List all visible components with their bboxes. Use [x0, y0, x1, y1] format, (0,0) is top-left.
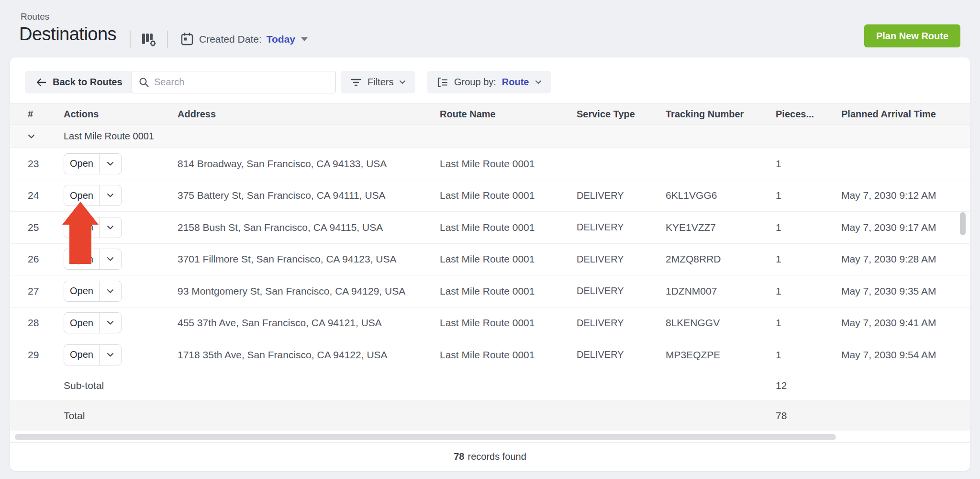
- chevron-down-icon: [107, 225, 114, 230]
- open-split-button: Open: [64, 153, 122, 174]
- table-row: 27 Open 93 Montgomery St, San Francisco,…: [10, 275, 970, 308]
- filters-button[interactable]: Filters: [341, 71, 415, 93]
- row-number-cell: 26: [10, 253, 64, 265]
- filter-lines-icon: [350, 78, 362, 87]
- search-icon: [139, 77, 149, 88]
- row-number-cell: 25: [10, 222, 64, 233]
- open-split-button: Open: [64, 312, 122, 333]
- service-type-cell: DELIVERY: [577, 285, 666, 297]
- open-dropdown-toggle[interactable]: [99, 154, 121, 174]
- page-title: Destinations: [19, 24, 116, 45]
- open-dropdown-toggle[interactable]: [99, 249, 121, 269]
- column-header-route-name[interactable]: Route Name: [440, 109, 577, 120]
- table-body: 23 Open 814 Broadway, San Francisco, CA …: [10, 148, 970, 371]
- actions-cell: Open: [64, 153, 178, 174]
- service-type-cell: DELIVERY: [577, 222, 666, 233]
- tracking-number-cell: 8LKENGGV: [666, 317, 776, 329]
- row-number-cell: 23: [10, 158, 64, 170]
- actions-cell: Open: [64, 217, 178, 238]
- chevron-down-icon: [107, 289, 114, 294]
- records-text: records found: [468, 451, 526, 462]
- planned-arrival-cell: May 7, 2030 9:28 AM: [841, 253, 970, 265]
- tracking-number-cell: 2MZQ8RRD: [666, 253, 776, 265]
- open-dropdown-toggle[interactable]: [99, 313, 121, 333]
- planned-arrival-cell: May 7, 2030 9:35 AM: [841, 285, 970, 297]
- group-by-label: Group by:: [454, 77, 496, 88]
- column-settings-button[interactable]: [140, 31, 158, 48]
- route-name-cell: Last Mile Route 0001: [440, 349, 577, 361]
- column-header-planned-arrival-time[interactable]: Planned Arrival Time: [841, 109, 970, 120]
- address-cell: 3701 Fillmore St, San Francisco, CA 9412…: [178, 253, 440, 265]
- back-to-routes-label: Back to Routes: [53, 77, 122, 88]
- actions-cell: Open: [64, 185, 178, 206]
- service-type-cell: DELIVERY: [577, 349, 666, 360]
- pieces-cell: 1: [776, 317, 841, 329]
- created-date-filter[interactable]: Created Date: Today: [180, 31, 308, 48]
- address-cell: 93 Montgomery St, San Francisco, CA 9412…: [178, 285, 440, 297]
- chevron-down-icon: [107, 320, 114, 325]
- open-button[interactable]: Open: [64, 249, 99, 269]
- created-date-label: Created Date:: [199, 34, 262, 45]
- open-button[interactable]: Open: [64, 313, 99, 333]
- row-number-cell: 24: [10, 190, 64, 201]
- column-header-actions[interactable]: Actions: [64, 109, 178, 120]
- breadcrumb[interactable]: Routes: [21, 11, 49, 22]
- open-split-button: Open: [64, 217, 122, 238]
- open-dropdown-toggle[interactable]: [99, 185, 121, 205]
- route-name-cell: Last Mile Route 0001: [440, 317, 577, 329]
- table-row: 25 Open 2158 Bush St, San Francisco, CA …: [10, 212, 970, 244]
- actions-cell: Open: [64, 249, 178, 270]
- plan-new-route-button[interactable]: Plan New Route: [864, 24, 960, 47]
- column-header-address[interactable]: Address: [178, 109, 440, 120]
- pieces-cell: 1: [776, 222, 841, 233]
- column-header-number[interactable]: #: [10, 109, 64, 120]
- service-type-cell: DELIVERY: [577, 254, 666, 265]
- actions-cell: Open: [64, 344, 178, 365]
- vertical-scrollbar-thumb[interactable]: [960, 212, 966, 235]
- pieces-cell: 1: [776, 253, 841, 265]
- horizontal-scrollbar-thumb[interactable]: [15, 434, 836, 440]
- back-to-routes-button[interactable]: Back to Routes: [25, 71, 133, 93]
- group-by-button[interactable]: Group by: Route: [427, 71, 551, 93]
- tracking-number-cell: MP3EQZPE: [666, 349, 776, 361]
- open-button[interactable]: Open: [64, 185, 99, 205]
- calendar-icon: [180, 32, 194, 47]
- open-dropdown-toggle[interactable]: [99, 345, 121, 365]
- open-button[interactable]: Open: [64, 154, 99, 174]
- total-pieces-value: 78: [776, 410, 841, 422]
- search-input[interactable]: [154, 77, 329, 88]
- chevron-down-icon: [107, 257, 114, 262]
- row-number-cell: 28: [10, 317, 64, 329]
- planned-arrival-cell: May 7, 2030 9:17 AM: [841, 222, 970, 233]
- total-label: Total: [64, 410, 178, 422]
- address-cell: 814 Broadway, San Francisco, CA 94133, U…: [178, 158, 440, 170]
- column-header-service-type[interactable]: Service Type: [577, 109, 666, 120]
- records-found-status: 78 records found: [10, 443, 970, 470]
- destinations-table: # Actions Address Route Name Service Typ…: [10, 103, 970, 431]
- subtotal-label: Sub-total: [64, 380, 178, 391]
- group-collapse-toggle[interactable]: [10, 134, 64, 139]
- bracket-list-icon: [437, 77, 448, 88]
- open-split-button: Open: [64, 249, 122, 270]
- chevron-down-icon: [107, 161, 114, 166]
- chevron-down-icon: [107, 353, 114, 357]
- column-header-pieces[interactable]: Pieces...: [776, 109, 841, 120]
- column-header-tracking-number[interactable]: Tracking Number: [666, 109, 776, 120]
- pieces-cell: 1: [776, 158, 841, 170]
- open-dropdown-toggle[interactable]: [99, 217, 121, 238]
- service-type-cell: DELIVERY: [577, 318, 666, 329]
- chevron-down-icon: [535, 80, 542, 84]
- chevron-down-icon: [28, 134, 35, 139]
- open-dropdown-toggle[interactable]: [99, 281, 121, 301]
- open-split-button: Open: [64, 281, 122, 302]
- table-row: 24 Open 375 Battery St, San Francisco, C…: [10, 180, 970, 212]
- route-group-row[interactable]: Last Mile Route 0001: [10, 125, 970, 148]
- open-button[interactable]: Open: [64, 281, 99, 301]
- open-split-button: Open: [64, 185, 122, 206]
- destinations-card: Back to Routes Filters Group by: Rout: [10, 57, 970, 471]
- pieces-cell: 1: [776, 349, 841, 361]
- open-button[interactable]: Open: [64, 217, 99, 238]
- open-button[interactable]: Open: [64, 345, 99, 365]
- table-row: 28 Open 455 37th Ave, San Francisco, CA …: [10, 308, 970, 340]
- table-row: 26 Open 3701 Fillmore St, San Francisco,…: [10, 244, 970, 276]
